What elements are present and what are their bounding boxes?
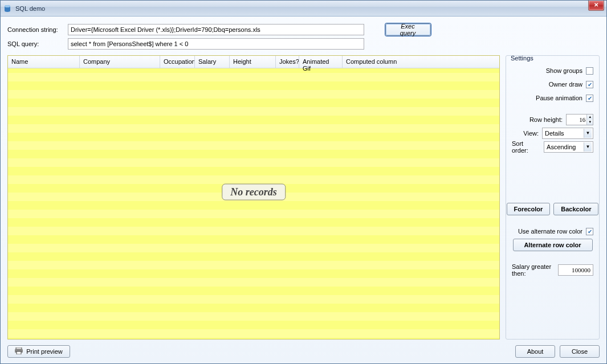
grid-header: NameCompanyOccupationSalaryHeightJokes?A… bbox=[8, 56, 499, 68]
sort-order-select[interactable]: Ascending ▼ bbox=[544, 141, 593, 153]
column-header[interactable]: Name bbox=[8, 56, 79, 68]
titlebar[interactable]: SQL demo ✕ bbox=[1, 1, 606, 17]
row-height-label: Row height: bbox=[529, 116, 563, 123]
use-alt-row-label: Use alternate row color bbox=[518, 228, 582, 235]
view-select[interactable]: Details ▼ bbox=[542, 128, 593, 139]
salary-greater-label: Salary greater then: bbox=[512, 263, 555, 277]
show-groups-label: Show groups bbox=[546, 67, 582, 74]
view-value: Details bbox=[545, 130, 564, 137]
column-header[interactable]: Company bbox=[80, 56, 160, 68]
owner-draw-checkbox[interactable] bbox=[586, 81, 593, 88]
settings-panel: Settings Show groups Owner draw Pause an… bbox=[506, 55, 600, 340]
backcolor-button[interactable]: Backcolor bbox=[553, 203, 598, 215]
empty-overlay: No records bbox=[222, 183, 286, 200]
row-height-spinner[interactable]: ▲▼ bbox=[566, 114, 593, 125]
results-grid[interactable]: NameCompanyOccupationSalaryHeightJokes?A… bbox=[7, 55, 500, 340]
column-header[interactable]: Animated Gif bbox=[299, 56, 342, 68]
column-header[interactable]: Salary bbox=[195, 56, 229, 68]
pause-animation-checkbox[interactable] bbox=[586, 95, 593, 102]
sql-query-input[interactable] bbox=[68, 38, 364, 50]
print-preview-label: Print preview bbox=[26, 348, 63, 355]
close-window-button[interactable]: ✕ bbox=[588, 1, 604, 11]
svg-point-1 bbox=[5, 5, 10, 7]
svg-rect-4 bbox=[17, 351, 21, 354]
owner-draw-label: Owner draw bbox=[549, 81, 582, 88]
use-alt-row-checkbox[interactable] bbox=[586, 228, 593, 235]
column-header[interactable]: Jokes? bbox=[276, 56, 299, 68]
printer-icon bbox=[15, 347, 23, 355]
about-button[interactable]: About bbox=[515, 345, 555, 358]
spin-down-icon[interactable]: ▼ bbox=[587, 120, 593, 125]
connection-string-label: Connection string: bbox=[7, 26, 64, 33]
forecolor-button[interactable]: Forecolor bbox=[507, 203, 551, 215]
connection-string-input[interactable] bbox=[68, 24, 364, 35]
close-button[interactable]: Close bbox=[560, 345, 600, 358]
exec-query-button[interactable]: Exec query bbox=[385, 23, 431, 36]
alternate-row-color-button[interactable]: Alternate row color bbox=[513, 239, 593, 251]
column-header[interactable]: Computed column bbox=[343, 56, 491, 68]
view-label: View: bbox=[523, 130, 539, 137]
sql-query-label: SQL query: bbox=[7, 40, 64, 47]
app-window: SQL demo ✕ Connection string: Exec query… bbox=[0, 0, 607, 364]
chevron-down-icon: ▼ bbox=[584, 129, 592, 138]
pause-anim-label: Pause animation bbox=[536, 95, 582, 101]
column-header[interactable]: Occupation bbox=[160, 56, 194, 68]
spin-up-icon[interactable]: ▲ bbox=[587, 114, 593, 120]
window-title: SQL demo bbox=[15, 5, 45, 12]
sort-order-value: Ascending bbox=[547, 144, 576, 150]
column-header[interactable]: Height bbox=[230, 56, 275, 68]
query-form: Connection string: Exec query SQL query: bbox=[7, 23, 600, 50]
chevron-down-icon: ▼ bbox=[584, 142, 592, 152]
settings-legend: Settings bbox=[509, 55, 535, 62]
svg-rect-2 bbox=[16, 347, 22, 349]
show-groups-checkbox[interactable] bbox=[586, 67, 593, 75]
database-icon bbox=[3, 4, 12, 13]
footer: Print preview About Close bbox=[7, 345, 600, 358]
sort-order-label: Sort order: bbox=[512, 140, 540, 154]
salary-greater-input[interactable] bbox=[558, 264, 593, 276]
print-preview-button[interactable]: Print preview bbox=[7, 345, 70, 358]
row-height-value[interactable] bbox=[567, 114, 586, 125]
client-area: Connection string: Exec query SQL query:… bbox=[1, 17, 606, 363]
